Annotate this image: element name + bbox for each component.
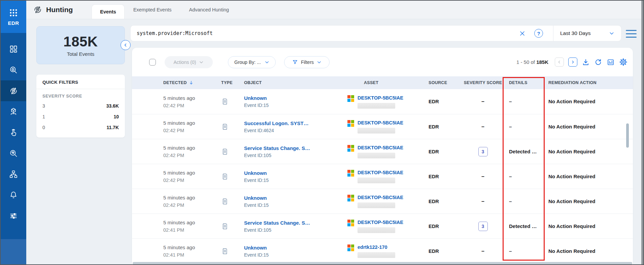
sidebar-item-hunting[interactable] [1,80,26,101]
object-link[interactable]: Service Status Change. S… [244,145,310,151]
filters-label: Filters [301,60,314,65]
chart-icon[interactable] [607,58,615,66]
column-header-asset[interactable]: ASSET [347,80,427,85]
table-row[interactable]: 5 minutes ago 02:42 PM Unknown [132,164,633,189]
table-row[interactable]: 5 minutes ago 02:42 PM Service Statu [132,139,633,164]
quick-filter-severity-0[interactable]: 0 11.7K [36,122,125,133]
settings-gear-icon[interactable] [619,58,628,66]
microsoft-windows-logo [347,95,354,102]
column-header-source[interactable]: SOURCE [427,80,460,85]
tab-events[interactable]: Events [92,4,125,19]
object-link[interactable]: Successful Logon. SYST… [244,120,309,126]
table-row[interactable]: 5 minutes ago 02:41 PM Service Statu [132,214,633,238]
sidebar-item-topology[interactable] [1,164,26,185]
severity-score-cell: 3 [460,222,506,231]
severity-score-badge[interactable]: 3 [478,222,488,231]
microsoft-windows-logo [347,244,354,251]
next-page-icon[interactable] [568,58,577,67]
remediation-value: No Action Required [548,149,595,154]
menu-hamburger-icon[interactable] [626,30,637,38]
detected-clock-time: 02:41 PM [163,252,221,258]
column-header-type[interactable]: TYPE [221,80,244,85]
column-header-detected[interactable]: DETECTED [163,80,221,85]
details-value: – [509,124,512,129]
asset-link[interactable]: DESKTOP-5BC5IAE [358,170,403,175]
window-edge [641,1,643,264]
sidebar-item-notifications[interactable] [1,185,26,205]
collapse-panel-button[interactable] [121,40,131,50]
microsoft-windows-logo [347,145,354,152]
severity-score-badge[interactable]: 3 [478,147,488,156]
search-bar: ? Last 30 Days [130,25,621,41]
remediation-value: No Action Required [548,174,595,179]
asset-link[interactable]: DESKTOP-5BC5IAE [358,220,403,225]
sidebar-item-forensics[interactable] [1,143,26,164]
object-link[interactable]: Service Status Change. S… [244,220,310,226]
sidebar-item-behavior[interactable] [1,122,26,143]
detected-relative-time: 5 minutes ago [163,170,221,176]
asset-link[interactable]: DESKTOP-5BC5IAE [358,95,403,101]
prev-page-icon[interactable] [555,58,564,67]
filters-dropdown[interactable]: Filters [284,56,330,68]
quick-filter-severity-3[interactable]: 3 33.6K [36,101,125,111]
total-events-value: 185K [63,34,98,50]
vertical-scrollbar[interactable] [626,123,629,148]
detected-relative-time: 5 minutes ago [163,95,221,101]
select-all-checkbox[interactable] [149,59,156,66]
table-row[interactable]: 5 minutes ago 02:42 PM Successful Lo [132,114,633,139]
event-log-icon [221,123,244,130]
table-row[interactable]: 5 minutes ago 02:42 PM Unknown [132,189,633,214]
chevron-down-icon [199,60,204,65]
detected-cell: 5 minutes ago 02:42 PM [163,170,221,183]
horizontal-scrollbar[interactable] [133,262,632,265]
table-row[interactable]: 5 minutes ago 02:42 PM Unknown [132,89,633,114]
event-id-label: Event ID:105 [244,153,347,158]
quick-filters-title: QUICK FILTERS [36,75,125,89]
time-range-dropdown[interactable]: Last 30 Days [553,26,621,41]
event-id-label: Event ID:15 [244,202,347,208]
asset-link[interactable]: DESKTOP-5BC5IAE [358,195,403,200]
redacted-text-blur [358,178,395,183]
column-header-remediation-action[interactable]: REMEDIATION ACTION [547,80,633,85]
actions-label: Actions (0) [174,60,196,65]
object-link[interactable]: Unknown [244,170,267,176]
sidebar-item-app-switcher[interactable]: EDR [1,1,26,33]
source-value: EDR [429,99,439,104]
sidebar-item-assets[interactable] [1,101,26,122]
asset-link[interactable]: DESKTOP-5BC5IAE [358,120,403,125]
refresh-icon[interactable] [594,58,602,66]
column-header-object[interactable]: OBJECT [244,80,347,85]
column-header-severity-score[interactable]: SEVERITY SCORE [460,80,506,85]
details-value: – [509,198,512,204]
clear-x-icon[interactable] [519,30,526,37]
object-link[interactable]: Unknown [244,245,267,251]
object-cell: Unknown Event ID:15 [244,245,347,258]
group-by-dropdown[interactable]: Group By: ... [228,56,276,68]
assets-icon [9,107,18,116]
column-header-details[interactable]: DETAILS [506,80,547,85]
pagination-label: 1 - 50 of 185K [516,59,548,65]
quick-filter-severity-1[interactable]: 1 10 [36,111,125,122]
query-input[interactable] [131,30,519,36]
details-value: Detected … [509,149,537,154]
sidebar-item-threat-search[interactable] [1,60,26,80]
object-link[interactable]: Unknown [244,195,267,201]
detected-relative-time: 5 minutes ago [163,220,221,225]
sidebar-item-dashboard[interactable] [1,39,26,60]
sidebar-item-preferences[interactable] [1,205,26,226]
detected-cell: 5 minutes ago 02:42 PM [163,145,221,158]
object-link[interactable]: Unknown [244,95,267,101]
asset-link[interactable]: edrtk122-170 [358,244,387,250]
help-icon[interactable]: ? [534,29,543,38]
tab-exempted-events[interactable]: Exempted Events [125,0,180,19]
table-row[interactable]: 5 minutes ago 02:41 PM Unknown [132,238,633,263]
event-id-label: Event ID:4624 [244,128,347,133]
redacted-text-blur [358,153,395,158]
actions-dropdown[interactable]: Actions (0) [165,56,213,68]
remediation-value: No Action Required [548,124,595,129]
asset-link[interactable]: DESKTOP-5BC5IAE [358,145,403,150]
download-icon[interactable] [582,58,590,66]
tab-advanced-hunting[interactable]: Advanced Hunting [180,0,238,19]
microsoft-windows-logo [347,220,354,226]
top-bar: Hunting Events Exempted Events Advanced … [26,1,643,19]
